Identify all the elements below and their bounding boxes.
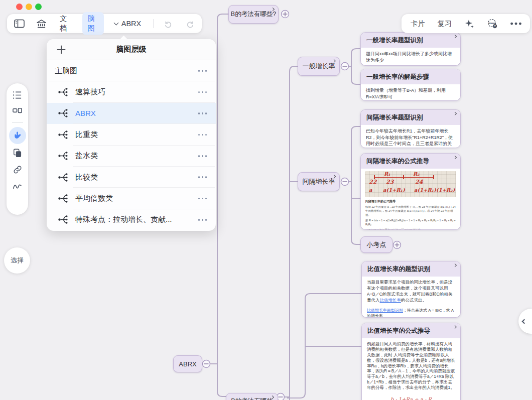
pan-hand-tool[interactable] [9,127,26,144]
card-general-type[interactable]: 一般增长率题型识别 题目问xx年xx项目同比增长了多少或同比增速为多少 [360,32,461,66]
window-close-button[interactable] [16,4,23,10]
item-more-icon[interactable] [197,89,208,95]
undo-icon[interactable] [164,20,172,28]
node-label: B的考法有哪些? [231,10,276,19]
node-label: 小考点 [367,240,386,249]
item-more-icon[interactable] [197,132,208,138]
node-general-growth[interactable]: 一般增长率 [298,57,340,76]
image-caption: 间隔增长率的公式推导 [365,199,456,204]
add-mindmap-icon[interactable] [57,45,66,54]
card-interval-formula[interactable]: 间隔增长率的公式推导 R₁ R₂ 222324 aa(1+R₁)a(1+R₁)(… [360,153,461,230]
redo-icon[interactable] [186,20,195,28]
chevron-right-icon[interactable] [453,263,457,267]
chevron-right-icon[interactable] [453,156,457,159]
node-label: B的考法有哪些 [231,397,273,400]
card-interval-type[interactable]: 间隔增长率题型识别 已知今年较去年增长R1，去年较前年增长R2，则今年较前年增长… [360,109,461,148]
item-more-icon[interactable] [197,68,208,74]
branch-map-icon [58,86,69,98]
branch-map-icon [58,150,69,162]
chevron-right-icon[interactable] [453,325,457,329]
chevron-right-icon[interactable] [453,35,457,38]
panel-title: 脑图层级 [47,45,216,54]
card-body: 找到增量（增量等于B-A）和基期，利用R=X/A求即可 [361,84,460,101]
ai-sparkle-icon[interactable] [464,19,475,29]
branch-map-icon [58,193,69,204]
window-minimize-button[interactable] [26,4,32,10]
link-icon[interactable] [13,165,23,175]
card-body: 的公式求出。 [401,298,427,303]
duplicate-icon[interactable] [13,148,23,158]
panel-item[interactable]: 平均倍数类 [47,188,216,209]
handwritten-derivation-image: R₁ R₂ 222324 aa(1+R₁)a(1+R₁)(1+R₂) [365,171,456,197]
canvas-tool-rail [7,83,28,215]
card-title: 比值增长率的公式推导 [362,323,460,338]
node-label: 一般增长率 [303,62,335,71]
tab-mindmap[interactable]: 脑图 [82,12,103,35]
card-ratio-type[interactable]: 比值增长率的题型识别 当题目里要求某个项目的同比增长率，但是没有这个项目的相关数… [361,261,461,318]
branch-map-icon [58,107,69,119]
item-more-icon[interactable] [197,174,208,180]
node-root-abrx[interactable]: ABRX [173,355,202,372]
branch-map-icon [58,129,69,141]
item-more-icon[interactable] [197,153,208,159]
svg-text:?: ? [494,25,496,28]
more-options-icon[interactable] [509,20,522,27]
handwritten-formula-partial: b · 1+Ra ÷ a · R [366,396,456,400]
card-body: 例如题目问人均消费的增长率，材料没有人均消费的相关数据，但是有总消费量和人数的相… [362,338,460,394]
node-interval-growth[interactable]: 间隔增长率 [298,172,340,191]
derivation-note: 如果间隔的年份更多可以多次运用间隔增长率。 [365,228,456,230]
toggle-sidebar-icon[interactable] [14,19,25,28]
node-question-bottom[interactable]: B的考法有哪些 [226,393,278,400]
panel-item[interactable]: 比重类 [47,124,216,145]
expand-handle-icon [282,11,289,18]
panel-item[interactable]: 速算技巧 [47,81,216,102]
branch-map-icon [58,214,69,225]
panel-header: 脑图层级 [47,39,216,60]
review-button[interactable]: 复习 [437,19,452,29]
card-title: 一般增长率题型识别 [361,33,460,48]
card-body: 题目问xx年xx项目同比增长了多少或同比增速为多少 [361,48,460,66]
item-more-icon[interactable] [197,217,208,223]
panel-item-selected[interactable]: ABRX [47,103,216,124]
panel-item-main-map[interactable]: 主脑图 [47,60,216,81]
select-mode-button[interactable]: 选择 [4,247,30,274]
library-icon[interactable] [36,19,47,29]
node-label: 间隔增长率 [303,177,335,186]
card-body: 已知今年较去年增长R1，去年较前年增长R2，则今年较前年增长“R1+R2+R1R… [361,125,460,148]
derivation-note: 假设 22 年的量是 a，23 年同比增长了 R₁，那 23 年的量就是 a(1… [365,205,456,217]
panel-item[interactable]: 比较类 [47,167,216,188]
main-toolbar: 文档 脑图 ABRX [7,14,202,33]
rail-divider [12,122,23,123]
panel-item[interactable]: 特殊考点：拉动增长、贡献... [47,209,216,230]
node-label: ABRX [179,360,196,368]
scribble-icon[interactable] [12,181,23,190]
card-title: 间隔增长率的公式推导 [361,154,460,169]
item-more-icon[interactable] [197,110,208,116]
collapse-handle-icon [203,360,210,368]
collapse-handle-icon [341,63,349,70]
cards-button[interactable]: 卡片 [411,19,425,29]
reference-link[interactable]: 比值增长率题型识别 [367,308,403,313]
chevron-right-icon[interactable] [453,112,457,115]
outline-list-icon[interactable] [12,90,23,100]
item-more-icon[interactable] [197,196,208,202]
node-question-top[interactable]: B的考法有哪些? [228,5,279,24]
card-general-steps[interactable]: 一般增长率的解题步骤 找到增量（增量等于B-A）和基期，利用R=X/A求即可 [360,69,461,101]
web-question-icon[interactable]: www ? [487,18,498,29]
card-ratio-formula[interactable]: 比值增长率的公式推导 例如题目问人均消费的增长率，材料没有人均消费的相关数据，但… [361,323,461,400]
tab-document[interactable]: 文档 [60,14,71,33]
mindmap-selector[interactable]: ABRX [114,20,142,28]
inline-link[interactable]: 比值增长率 [380,298,402,303]
window-zoom-button[interactable] [35,4,42,10]
card-title: 间隔增长率题型识别 [361,110,460,125]
panel-item[interactable]: 盐水类 [47,146,216,167]
layout-cards-icon[interactable] [12,106,23,116]
collapse-handle-icon [341,178,349,186]
branch-map-icon [58,172,69,183]
card-title: 比值增长率的题型识别 [362,261,460,277]
expand-handle-icon [393,241,401,249]
node-minor-point[interactable]: 小考点 [360,236,392,253]
actions-toolbar: 卡片 复习 www ? [402,14,530,33]
select-mode-label: 选择 [11,256,24,265]
chevron-down-icon [113,21,118,26]
